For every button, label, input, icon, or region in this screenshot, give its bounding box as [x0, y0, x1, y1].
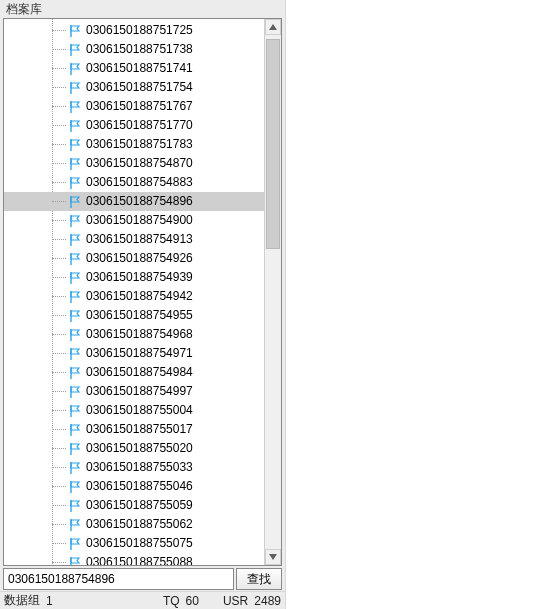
- flag-icon: [68, 499, 82, 513]
- status-tq-value: 60: [186, 594, 199, 608]
- tree-row-label: 0306150188755017: [86, 420, 199, 439]
- tree-connector: [52, 49, 66, 50]
- tree-row-label: 0306150188754883: [86, 173, 199, 192]
- tree-connector: [52, 277, 66, 278]
- tree-row[interactable]: 0306150188755062: [4, 515, 281, 534]
- tree-connector: [52, 87, 66, 88]
- tree-row[interactable]: 0306150188754896: [4, 192, 281, 211]
- search-input[interactable]: [3, 568, 234, 590]
- flag-icon: [68, 461, 82, 475]
- tree-row[interactable]: 0306150188755046: [4, 477, 281, 496]
- tree-connector: [52, 68, 66, 69]
- tree-connector: [52, 429, 66, 430]
- tree-row-label: 0306150188754900: [86, 211, 199, 230]
- tree-row[interactable]: 0306150188755017: [4, 420, 281, 439]
- tree-connector: [52, 258, 66, 259]
- scrollbar-track[interactable]: [265, 35, 281, 549]
- tree-row[interactable]: 0306150188754926: [4, 249, 281, 268]
- tree-connector: [52, 353, 66, 354]
- flag-icon: [68, 404, 82, 418]
- status-tq-label: TQ: [163, 594, 180, 608]
- flag-icon: [68, 119, 82, 133]
- tree-row[interactable]: 0306150188754997: [4, 382, 281, 401]
- tree-row-label: 0306150188754939: [86, 268, 199, 287]
- tree-connector: [52, 144, 66, 145]
- flag-icon: [68, 195, 82, 209]
- tree-row[interactable]: 0306150188755033: [4, 458, 281, 477]
- flag-icon: [68, 24, 82, 38]
- vertical-scrollbar[interactable]: [264, 19, 281, 565]
- panel-title: 档案库: [0, 0, 285, 18]
- tree-view[interactable]: 0306150188751725030615018875173803061501…: [3, 18, 282, 566]
- archive-panel: 档案库 030615018875172503061501887517380306…: [0, 0, 286, 609]
- tree-row[interactable]: 0306150188754939: [4, 268, 281, 287]
- tree-row-label: 0306150188751783: [86, 135, 199, 154]
- tree-row-label: 0306150188751767: [86, 97, 199, 116]
- tree-row-label: 0306150188754870: [86, 154, 199, 173]
- flag-icon: [68, 366, 82, 380]
- tree-row[interactable]: 0306150188755075: [4, 534, 281, 553]
- flag-icon: [68, 62, 82, 76]
- flag-icon: [68, 537, 82, 551]
- flag-icon: [68, 423, 82, 437]
- tree-row[interactable]: 0306150188751754: [4, 78, 281, 97]
- status-group-value: 1: [46, 594, 53, 608]
- tree-row[interactable]: 0306150188754968: [4, 325, 281, 344]
- tree-row-label: 0306150188755062: [86, 515, 199, 534]
- tree-connector: [52, 201, 66, 202]
- tree-row-label: 0306150188754913: [86, 230, 199, 249]
- tree-connector: [52, 296, 66, 297]
- tree-row[interactable]: 0306150188754942: [4, 287, 281, 306]
- tree-row[interactable]: 0306150188754913: [4, 230, 281, 249]
- tree-row[interactable]: 0306150188755020: [4, 439, 281, 458]
- content-area: [286, 0, 539, 609]
- chevron-up-icon: [269, 24, 277, 30]
- flag-icon: [68, 233, 82, 247]
- flag-icon: [68, 518, 82, 532]
- tree-row-label: 0306150188755033: [86, 458, 199, 477]
- tree-connector: [52, 334, 66, 335]
- tree-row[interactable]: 0306150188751767: [4, 97, 281, 116]
- tree-row[interactable]: 0306150188751770: [4, 116, 281, 135]
- tree-row[interactable]: 0306150188755088: [4, 553, 281, 565]
- flag-icon: [68, 81, 82, 95]
- tree-row[interactable]: 0306150188751725: [4, 21, 281, 40]
- chevron-down-icon: [269, 554, 277, 560]
- tree-row[interactable]: 0306150188754984: [4, 363, 281, 382]
- tree-row[interactable]: 0306150188754883: [4, 173, 281, 192]
- tree-row-label: 0306150188754896: [86, 192, 199, 211]
- flag-icon: [68, 100, 82, 114]
- tree-row[interactable]: 0306150188751738: [4, 40, 281, 59]
- status-usr-value: 2489: [254, 594, 281, 608]
- scroll-down-button[interactable]: [265, 549, 281, 565]
- tree-row[interactable]: 0306150188755059: [4, 496, 281, 515]
- tree-row-label: 0306150188754997: [86, 382, 199, 401]
- tree-row[interactable]: 0306150188754955: [4, 306, 281, 325]
- tree-row-label: 0306150188751741: [86, 59, 199, 78]
- flag-icon: [68, 309, 82, 323]
- tree-row[interactable]: 0306150188754900: [4, 211, 281, 230]
- flag-icon: [68, 556, 82, 566]
- tree-connector: [52, 30, 66, 31]
- tree-connector: [52, 467, 66, 468]
- tree-row-label: 0306150188754971: [86, 344, 199, 363]
- search-button[interactable]: 查找: [236, 568, 282, 590]
- flag-icon: [68, 290, 82, 304]
- tree-row-label: 0306150188754984: [86, 363, 199, 382]
- tree-row[interactable]: 0306150188751783: [4, 135, 281, 154]
- tree-row-label: 0306150188755088: [86, 553, 199, 565]
- tree-row[interactable]: 0306150188754971: [4, 344, 281, 363]
- tree-connector: [52, 106, 66, 107]
- tree-connector: [52, 125, 66, 126]
- tree-row[interactable]: 0306150188755004: [4, 401, 281, 420]
- scrollbar-thumb[interactable]: [266, 39, 280, 249]
- tree-row[interactable]: 0306150188754870: [4, 154, 281, 173]
- flag-icon: [68, 157, 82, 171]
- tree-row[interactable]: 0306150188751741: [4, 59, 281, 78]
- tree-row-label: 0306150188751725: [86, 21, 199, 40]
- scroll-up-button[interactable]: [265, 19, 281, 35]
- tree-row-label: 0306150188755004: [86, 401, 199, 420]
- tree-connector: [52, 410, 66, 411]
- tree-connector: [52, 163, 66, 164]
- flag-icon: [68, 214, 82, 228]
